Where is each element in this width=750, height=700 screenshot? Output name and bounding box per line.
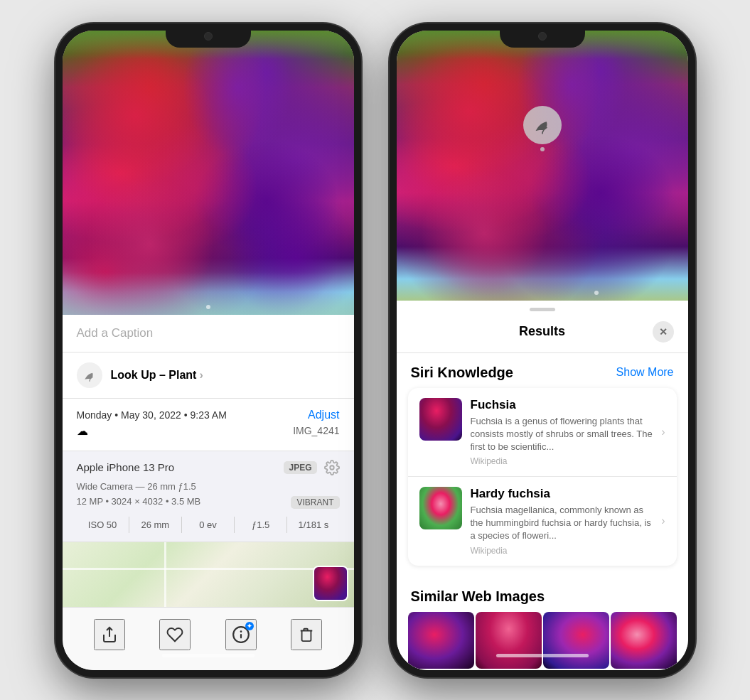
fuchsia-thumbnail [419, 398, 462, 441]
right-phone: Results ✕ Siri Knowledge Show More [390, 23, 695, 677]
fuchsia-text: Fuchsia Fuchsia is a genus of flowering … [471, 398, 653, 467]
filename-text: IMG_4241 [293, 425, 339, 436]
front-camera [204, 32, 213, 41]
drag-handle[interactable] [530, 308, 555, 311]
web-image-3[interactable] [543, 612, 609, 669]
adjust-button[interactable]: Adjust [308, 409, 339, 421]
settings-icon[interactable] [324, 460, 340, 475]
page-indicator [206, 305, 210, 309]
map-road-v [164, 542, 166, 607]
delete-button[interactable] [291, 619, 322, 650]
page-indicator-right [594, 291, 599, 295]
hardy-thumb-img [419, 487, 462, 529]
hardy-chevron-icon: › [661, 515, 665, 527]
web-image-2[interactable] [476, 612, 542, 669]
flower-photo-left[interactable] [63, 31, 354, 315]
lookup-text[interactable]: Look Up – Plant› [111, 369, 203, 382]
caption-placeholder[interactable]: Add a Caption [77, 326, 154, 340]
notch [166, 23, 251, 48]
lookup-icon-circle [77, 362, 102, 388]
lookup-subject: Plant [166, 369, 197, 381]
web-image-4[interactable] [611, 612, 677, 669]
date-info-section: Monday • May 30, 2022 • 9:23 AM Adjust ☁… [63, 399, 354, 451]
map-road-h [63, 568, 354, 570]
lookup-label: Look Up – [111, 369, 166, 381]
results-header: Results ✕ [397, 316, 688, 353]
siri-knowledge-header: Siri Knowledge Show More [397, 353, 688, 388]
info-badge-icon: ✦ [247, 623, 252, 630]
photo-overlay-right [397, 31, 688, 301]
siri-knowledge-title: Siri Knowledge [411, 365, 513, 381]
share-button[interactable] [94, 619, 125, 650]
leaf-icon [82, 368, 97, 382]
left-phone-screen: Add a Caption Look Up – Plant› [63, 31, 354, 670]
vibrant-badge: VIBRANT [291, 496, 339, 509]
web-images-header: Similar Web Images [397, 577, 688, 612]
device-name: Apple iPhone 13 Pro [77, 461, 175, 473]
web-images-row [397, 612, 688, 669]
exif-mm: 26 mm [129, 517, 182, 533]
home-indicator-left[interactable] [162, 654, 255, 657]
show-more-button[interactable]: Show More [616, 366, 674, 379]
hardy-name: Hardy fuchsia [471, 487, 653, 501]
map-section[interactable] [63, 542, 354, 607]
svg-point-0 [330, 465, 334, 470]
lookup-chevron-icon: › [199, 369, 203, 381]
trash-icon [299, 626, 314, 643]
visual-lookup-bubble[interactable] [523, 106, 562, 144]
close-button[interactable]: ✕ [653, 321, 674, 343]
fuchsia-chevron-icon: › [661, 426, 665, 438]
exif-ev: 0 ev [182, 517, 235, 533]
info-button[interactable]: ✦ [225, 619, 257, 650]
fuchsia-thumb-img [419, 398, 462, 441]
map-background [63, 542, 354, 607]
knowledge-item-fuchsia[interactable]: Fuchsia Fuchsia is a genus of flowering … [408, 388, 677, 478]
bubble-dot [540, 147, 545, 151]
hardy-source: Wikipedia [471, 546, 653, 556]
filename-row: ☁ IMG_4241 [77, 424, 340, 438]
jpeg-badge: JPEG [284, 461, 316, 474]
share-icon [101, 626, 118, 643]
flower-photo-right[interactable] [397, 31, 688, 301]
device-header-row: Apple iPhone 13 Pro JPEG [77, 460, 340, 475]
exif-row: ISO 50 26 mm 0 ev ƒ1.5 1/181 s [77, 511, 340, 533]
mp-specs: 12 MP • 3024 × 4032 • 3.5 MB VIBRANT [77, 496, 340, 507]
web-images-title: Similar Web Images [411, 588, 545, 605]
bottom-toolbar: ✦ [63, 607, 354, 670]
heart-icon [166, 626, 183, 643]
front-camera-right [538, 32, 547, 41]
fuchsia-source: Wikipedia [471, 456, 653, 466]
phones-container: Add a Caption Look Up – Plant› [55, 23, 695, 677]
exif-iso: ISO 50 [77, 517, 129, 533]
date-text: Monday • May 30, 2022 • 9:23 AM [77, 409, 227, 421]
caption-area[interactable]: Add a Caption [63, 315, 354, 352]
web-image-1[interactable] [408, 612, 474, 669]
results-title: Results [432, 324, 653, 339]
date-row: Monday • May 30, 2022 • 9:23 AM Adjust [77, 409, 340, 421]
notch-right [500, 23, 585, 48]
fuchsia-description: Fuchsia is a genus of flowering plants t… [471, 415, 653, 454]
right-phone-screen: Results ✕ Siri Knowledge Show More [397, 31, 688, 670]
knowledge-card: Fuchsia Fuchsia is a genus of flowering … [408, 388, 677, 566]
home-indicator-right[interactable] [496, 654, 589, 657]
hardy-description: Fuchsia magellanica, commonly known as t… [471, 504, 653, 543]
knowledge-item-hardy[interactable]: Hardy fuchsia Fuchsia magellanica, commo… [408, 477, 677, 566]
results-content[interactable]: Siri Knowledge Show More Fuchsia Fu [397, 353, 688, 670]
exif-shutter: 1/181 s [287, 517, 339, 533]
results-panel: Results ✕ Siri Knowledge Show More [397, 301, 688, 670]
hardy-text: Hardy fuchsia Fuchsia magellanica, commo… [471, 487, 653, 556]
exif-aperture: ƒ1.5 [235, 517, 287, 533]
info-badge: ✦ [245, 622, 254, 630]
map-thumbnail [313, 566, 348, 601]
lookup-row[interactable]: Look Up – Plant› [63, 352, 354, 399]
camera-specs: Wide Camera — 26 mm ƒ1.5 [77, 481, 340, 492]
hardy-thumbnail [419, 487, 462, 529]
fuchsia-name: Fuchsia [471, 398, 653, 412]
device-section: Apple iPhone 13 Pro JPEG Wide Camera — 2… [63, 451, 354, 542]
favorite-button[interactable] [159, 619, 191, 650]
left-phone: Add a Caption Look Up – Plant› [55, 23, 361, 677]
leaf-bubble-icon [532, 115, 552, 135]
cloud-icon: ☁ [77, 424, 88, 438]
